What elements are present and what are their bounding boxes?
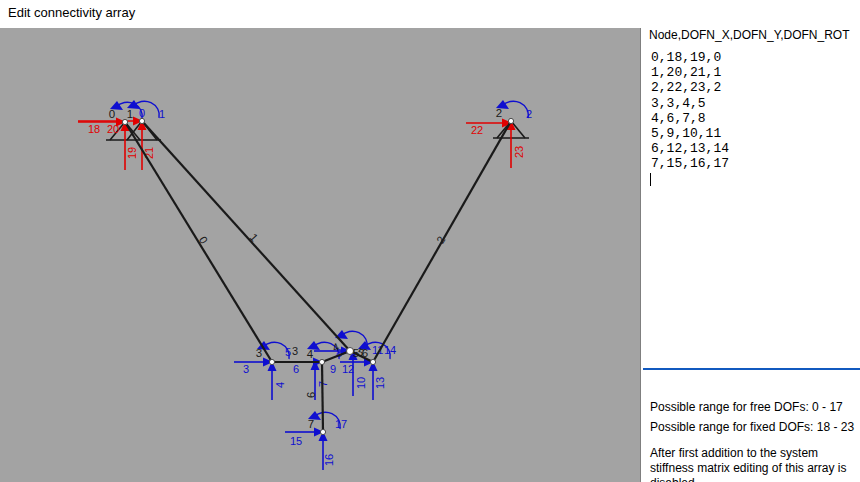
- dof-array-editor[interactable]: 0,18,19,0 1,20,21,1 2,22,23,2 3,3,4,5 4,…: [651, 50, 729, 172]
- editor-focus-underline: [643, 368, 860, 370]
- side-panel: Node,DOFN_X,DOFN_Y,DOFN_ROT 0,18,19,0 1,…: [641, 0, 860, 482]
- node-2[interactable]: [508, 118, 513, 123]
- dof-rot-label-node-1: 1: [159, 108, 165, 120]
- node-label-5: 5: [353, 347, 359, 359]
- node-label-2: 2: [496, 107, 502, 119]
- structure-canvas: 1819020211222323456789101112131415161701…: [0, 28, 641, 482]
- dof-x-label-node-7: 15: [290, 435, 302, 447]
- dof-x-label-node-2: 22: [471, 124, 483, 136]
- dof-y-label-node-2: 23: [513, 146, 525, 158]
- edit-connectivity-window: Edit connectivity array 1819020211222323…: [0, 0, 860, 482]
- dof-y-label-node-3: 4: [274, 382, 286, 388]
- dof-rot-label-node-0: 0: [139, 107, 145, 119]
- node-label-6: 6: [362, 347, 368, 359]
- structure-diagram: 1819020211222323456789101112131415161701…: [0, 28, 640, 482]
- window-title: Edit connectivity array: [8, 5, 135, 20]
- dof-rot-label-node-3: 5: [285, 346, 291, 358]
- node-1[interactable]: [139, 118, 144, 123]
- dof-y-label-node-6: 13: [374, 377, 386, 389]
- node-7[interactable]: [320, 429, 325, 434]
- element-label-6: 6: [305, 392, 317, 398]
- node-label-1: 1: [127, 108, 133, 120]
- node-label-0: 0: [109, 108, 115, 120]
- node-0[interactable]: [122, 119, 127, 124]
- edit-disabled-note: After first addition to the system stiff…: [650, 446, 860, 482]
- dof-rot-label-node-7: 17: [335, 418, 347, 430]
- dof-rot-arc-node-2: [502, 101, 528, 118]
- array-columns-label: Node,DOFN_X,DOFN_Y,DOFN_ROT: [649, 28, 850, 42]
- dof-y-label-node-5: 10: [355, 377, 367, 389]
- dof-rot-label-node-6: 14: [384, 344, 396, 356]
- element-label-3: 3: [292, 345, 298, 357]
- dof-x-label-node-5: 9: [330, 363, 336, 375]
- node-6[interactable]: [370, 359, 375, 364]
- element-label-1: 1: [247, 231, 260, 244]
- dof-x-label-node-4: 6: [293, 363, 299, 375]
- dof-x-label-node-1: 20: [107, 123, 119, 135]
- dof-rot-arc-node-1: [133, 101, 159, 118]
- dof-x-label-node-3: 3: [243, 363, 249, 375]
- text-caret: [650, 173, 651, 186]
- node-label-3: 3: [256, 347, 262, 359]
- dof-x-label-node-0: 18: [88, 123, 100, 135]
- node-3[interactable]: [269, 359, 274, 364]
- dof-y-label-node-0: 19: [126, 147, 138, 159]
- dof-y-label-node-7: 16: [323, 454, 335, 466]
- element-6: [322, 362, 323, 432]
- node-label-4: 4: [307, 348, 314, 360]
- dof-x-label-node-6: 12: [342, 363, 354, 375]
- dof-rot-label-node-2: 2: [526, 108, 532, 120]
- fixed-dof-range-label: Possible range for fixed DOFs: 18 - 23: [650, 420, 854, 434]
- node-label-7: 7: [308, 418, 314, 430]
- node-4[interactable]: [319, 359, 324, 364]
- element-1: [142, 121, 350, 351]
- free-dof-range-label: Possible range for free DOFs: 0 - 17: [650, 400, 843, 414]
